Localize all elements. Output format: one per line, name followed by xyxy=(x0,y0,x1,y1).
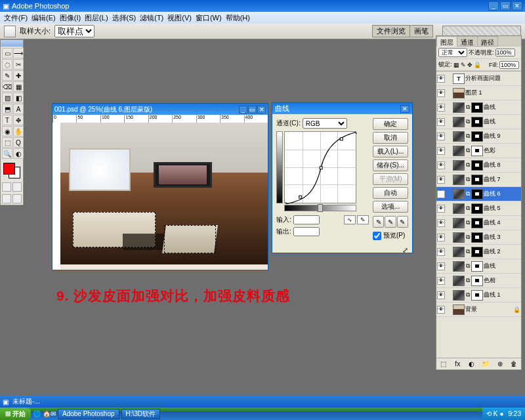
layer-action-icon[interactable]: ⬚ xyxy=(439,360,448,369)
preview-checkbox[interactable]: 预览(P) xyxy=(373,231,408,240)
dock-tab[interactable]: 画笔 xyxy=(410,25,433,37)
curves-close-button[interactable]: ✕ xyxy=(400,105,410,113)
visibility-icon[interactable]: 👁 xyxy=(437,277,445,285)
maximize-button[interactable]: ▭ xyxy=(500,1,511,10)
tool-button[interactable]: ◐ xyxy=(13,148,24,159)
tool-button[interactable]: ✂ xyxy=(13,59,24,70)
layer-row[interactable]: 👁⧉曲线 3 xyxy=(436,230,521,245)
mask-thumb[interactable] xyxy=(471,276,483,286)
layer-row[interactable]: 👁T分析画面问题 xyxy=(436,72,521,86)
mask-thumb[interactable] xyxy=(471,131,483,142)
layer-row[interactable]: 👁⧉曲线 2 xyxy=(436,245,521,259)
menu-item[interactable]: 选择(S) xyxy=(112,13,136,23)
menu-item[interactable]: 滤镜(T) xyxy=(140,13,163,23)
pencil-tool-icon[interactable]: ✎ xyxy=(357,215,369,224)
lock-all-icon[interactable]: 🔒 xyxy=(474,62,481,68)
layer-row[interactable]: 👁⧉色彩 xyxy=(436,144,521,158)
tool-button[interactable]: 🔍 xyxy=(2,148,12,159)
layer-row[interactable]: 👁⧉曲线 6 xyxy=(436,187,521,201)
menu-item[interactable]: 帮助(H) xyxy=(226,13,250,23)
mask-thumb[interactable] xyxy=(471,247,483,257)
cancel-button[interactable]: 取消 xyxy=(373,132,408,144)
tool-button[interactable]: Q xyxy=(13,137,24,148)
link-icon[interactable]: ⧉ xyxy=(465,277,471,284)
palette-well[interactable] xyxy=(442,26,521,36)
standard-mode-icon[interactable] xyxy=(2,182,11,192)
tool-button[interactable]: ◌ xyxy=(2,59,12,70)
tray-icon[interactable]: ● xyxy=(499,410,503,417)
eyedropper-white-icon[interactable]: ✎ xyxy=(397,216,408,228)
curve-tool-icon[interactable]: ∿ xyxy=(344,215,356,224)
visibility-icon[interactable]: 👁 xyxy=(437,190,445,198)
mask-thumb[interactable] xyxy=(471,102,483,113)
output-field[interactable] xyxy=(293,227,320,236)
fg-color[interactable] xyxy=(3,163,15,175)
tool-button[interactable]: ⌫ xyxy=(2,81,12,92)
opacity-field[interactable] xyxy=(495,49,515,56)
visibility-icon[interactable]: 👁 xyxy=(437,147,445,155)
channel-select[interactable]: RGB xyxy=(303,118,347,129)
sample-size-select[interactable]: 取样点 xyxy=(54,25,94,37)
blend-mode-select[interactable]: 正常 xyxy=(438,48,467,57)
menu-item[interactable]: 图层(L) xyxy=(85,13,108,23)
visibility-icon[interactable]: 👁 xyxy=(437,75,445,83)
toolbox-drag-handle[interactable] xyxy=(1,40,23,47)
tool-button[interactable]: ◉ xyxy=(2,126,12,136)
screen-mode-2-icon[interactable] xyxy=(12,194,22,203)
visibility-icon[interactable]: 👁 xyxy=(437,219,445,227)
tool-button[interactable]: ✥ xyxy=(13,115,24,125)
save-button[interactable]: 储存(S)... xyxy=(373,159,408,171)
layer-row[interactable]: 👁图层 1 xyxy=(436,86,521,100)
options-button[interactable]: 选项... xyxy=(373,201,408,213)
quicklaunch-icon[interactable]: ✉ xyxy=(51,410,56,417)
visibility-icon[interactable]: 👁 xyxy=(437,262,445,270)
minimize-button[interactable]: _ xyxy=(488,1,499,10)
status-doc-icon[interactable]: ▣ xyxy=(3,398,9,406)
curves-grid[interactable] xyxy=(284,131,356,203)
layer-row[interactable]: 👁⧉曲线 4 xyxy=(436,216,521,230)
visibility-icon[interactable]: 👁 xyxy=(437,89,445,97)
mask-thumb[interactable] xyxy=(471,290,483,301)
menu-item[interactable]: 编辑(E) xyxy=(32,13,56,23)
mask-thumb[interactable] xyxy=(471,203,483,214)
layer-action-icon[interactable]: 🗑 xyxy=(509,360,518,369)
fill-field[interactable] xyxy=(499,61,519,69)
visibility-icon[interactable]: 👁 xyxy=(437,133,445,140)
layer-row[interactable]: 👁背景🔒 xyxy=(436,303,521,317)
layer-row[interactable]: 👁⧉曲线 7 xyxy=(436,173,521,187)
visibility-icon[interactable]: 👁 xyxy=(437,118,445,126)
menu-item[interactable]: 窗口(W) xyxy=(196,13,222,23)
mask-thumb[interactable] xyxy=(471,160,483,171)
tool-button[interactable]: ✋ xyxy=(13,126,24,136)
eyedropper-black-icon[interactable]: ✎ xyxy=(373,216,384,228)
mask-thumb[interactable] xyxy=(471,189,483,200)
link-icon[interactable]: ⧉ xyxy=(465,104,471,111)
tool-button[interactable]: ⬚ xyxy=(2,137,12,148)
color-swatch[interactable] xyxy=(2,161,22,180)
tool-button[interactable]: ⟶ xyxy=(13,48,24,58)
start-button[interactable]: ⊞ 开始 xyxy=(0,408,31,420)
tray-icon[interactable]: K xyxy=(494,410,498,417)
layer-row[interactable]: 👁⧉曲线 xyxy=(436,259,521,274)
layer-row[interactable]: 👁⧉曲线 1 xyxy=(436,288,521,303)
ok-button[interactable]: 确定 xyxy=(373,118,408,130)
menu-item[interactable]: 视图(V) xyxy=(167,13,192,23)
mask-thumb[interactable] xyxy=(471,146,483,156)
lock-pos-icon[interactable]: ✥ xyxy=(467,62,472,68)
layer-action-icon[interactable]: ◐ xyxy=(467,360,476,369)
link-icon[interactable]: ⧉ xyxy=(465,219,471,226)
menu-item[interactable]: 文件(F) xyxy=(4,13,28,23)
visibility-icon[interactable]: 👁 xyxy=(437,234,445,242)
load-button[interactable]: 载入(L)... xyxy=(373,146,408,158)
mask-thumb[interactable] xyxy=(471,175,483,185)
input-gradient[interactable] xyxy=(284,205,356,211)
doc-close-button[interactable]: ✕ xyxy=(257,106,266,114)
layer-row[interactable]: 👁⧉曲线 9 xyxy=(436,129,521,144)
link-icon[interactable]: ⧉ xyxy=(465,291,471,299)
link-icon[interactable]: ⧉ xyxy=(465,118,471,125)
taskbar-button[interactable]: Adobe Photoshop xyxy=(58,409,119,419)
tool-button[interactable]: ▦ xyxy=(13,81,24,92)
visibility-icon[interactable]: 👁 xyxy=(437,291,445,299)
link-icon[interactable]: ⧉ xyxy=(465,133,471,140)
layer-action-icon[interactable]: fx xyxy=(453,360,462,369)
